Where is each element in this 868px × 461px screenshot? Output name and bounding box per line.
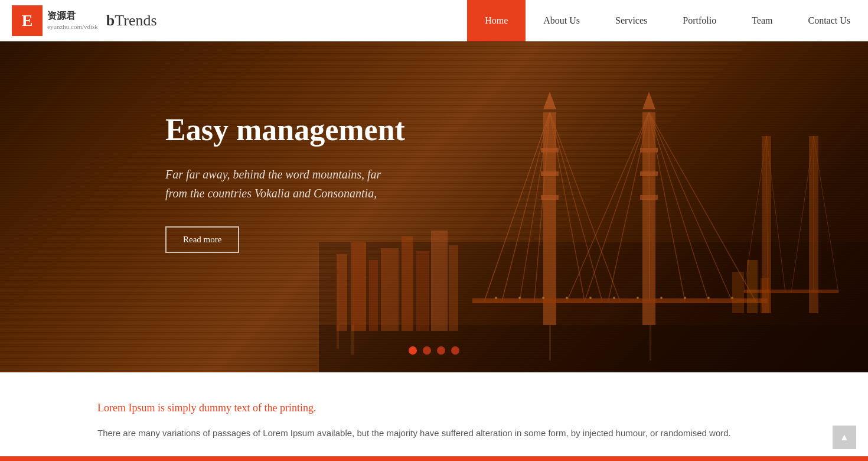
nav-links: Home About Us Services Portfolio Team Co… (467, 0, 868, 41)
carousel-dot-2[interactable] (423, 346, 431, 355)
hero-subtitle: Far far away, behind the word mountains,… (165, 165, 405, 203)
svg-rect-57 (351, 325, 354, 355)
svg-rect-35 (472, 298, 768, 303)
svg-rect-61 (747, 260, 758, 313)
svg-rect-5 (381, 248, 399, 331)
svg-marker-18 (543, 92, 556, 109)
svg-point-39 (566, 297, 568, 299)
hero-section: Easy management Far far away, behind the… (0, 41, 868, 372)
svg-rect-8 (431, 230, 448, 331)
navbar: E 资源君 eyunzhu.com/vdisk bTrends Home Abo… (0, 0, 868, 41)
nav-contact[interactable]: Contact Us (790, 0, 868, 41)
svg-point-38 (542, 297, 544, 299)
logo-icon: E (12, 5, 43, 36)
carousel-dot-1[interactable] (409, 346, 417, 355)
logo-text: 资源君 eyunzhu.com/vdisk (47, 10, 98, 31)
svg-rect-60 (732, 272, 744, 313)
nav-home[interactable]: Home (467, 0, 526, 41)
svg-rect-13 (541, 171, 559, 176)
logo-url: eyunzhu.com/vdisk (47, 22, 98, 31)
back-to-top-button[interactable]: ▲ (833, 426, 856, 449)
content-section: Lorem Ipsum is simply dummy text of the … (0, 372, 868, 461)
svg-rect-2 (337, 254, 347, 331)
carousel-dot-3[interactable] (437, 346, 445, 355)
svg-rect-4 (369, 260, 378, 331)
svg-point-41 (613, 297, 615, 299)
hero-content: Easy management Far far away, behind the… (165, 112, 405, 253)
hero-title: Easy management (165, 112, 405, 147)
brand-name: bTrends (106, 12, 157, 30)
nav-team[interactable]: Team (734, 0, 790, 41)
logo-area: E 资源君 eyunzhu.com/vdisk bTrends (0, 5, 169, 36)
svg-rect-56 (337, 325, 339, 349)
svg-rect-59 (650, 325, 651, 361)
svg-point-37 (518, 297, 521, 299)
svg-point-43 (660, 297, 663, 299)
carousel-dot-4[interactable] (451, 346, 459, 355)
svg-point-44 (684, 297, 686, 299)
svg-rect-9 (449, 245, 458, 331)
nav-about[interactable]: About Us (526, 0, 598, 41)
svg-rect-14 (541, 195, 559, 200)
svg-rect-62 (761, 278, 769, 313)
svg-line-30 (649, 112, 650, 301)
svg-point-36 (495, 297, 497, 299)
svg-point-45 (707, 297, 710, 299)
bottom-strip (0, 456, 868, 461)
svg-point-42 (637, 297, 639, 299)
svg-rect-1 (319, 242, 868, 372)
svg-rect-58 (549, 325, 551, 361)
svg-rect-10 (543, 112, 556, 325)
nav-services[interactable]: Services (598, 0, 665, 41)
svg-rect-7 (416, 251, 429, 331)
carousel-dots (409, 346, 459, 355)
read-more-button[interactable]: Read more (165, 226, 239, 253)
nav-portfolio[interactable]: Portfolio (665, 0, 734, 41)
logo-chinese: 资源君 (47, 10, 98, 22)
svg-rect-3 (351, 242, 366, 331)
content-body: There are many variations of passages of… (97, 425, 771, 441)
svg-point-40 (589, 297, 592, 299)
content-highlight: Lorem Ipsum is simply dummy text of the … (97, 402, 771, 414)
svg-marker-19 (642, 92, 655, 109)
